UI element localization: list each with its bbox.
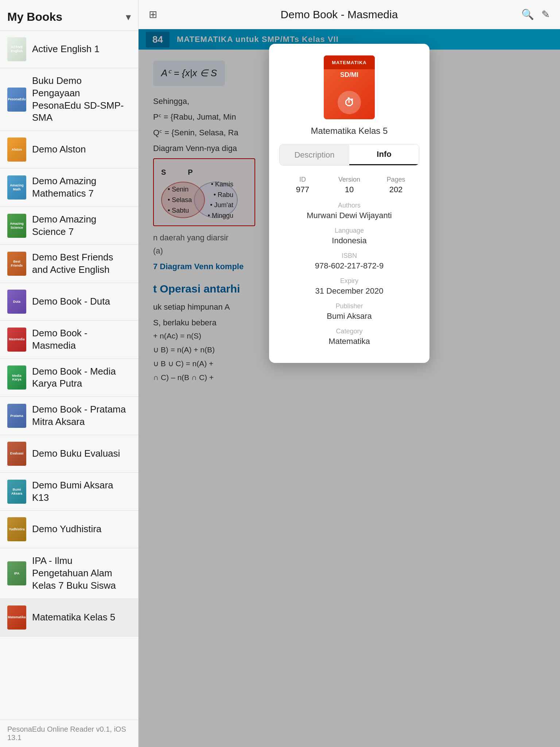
book-cover-pesona: PesonaEdu — [7, 88, 26, 112]
info-version: Version 10 — [326, 176, 373, 194]
book-title-pesona: Buku Demo Pengayaan PesonaEdu SD-SMP-SMA — [32, 75, 131, 124]
info-authors: Authors Murwani Dewi Wijayanti — [279, 202, 419, 220]
book-title-matematika: Matematika Kelas 5 — [32, 611, 115, 624]
header-title: Demo Book - Masmedia — [281, 8, 398, 21]
main-area: ⊞ Demo Book - Masmedia 🔍 ✎ 84 MATEMATIKA… — [139, 0, 560, 747]
book-cover-matematika: Matematika — [7, 605, 26, 630]
sidebar-item-bumi[interactable]: Bumi AksaraDemo Bumi Aksara K13 — [0, 473, 138, 511]
book-cover-bumi: Bumi Aksara — [7, 480, 26, 504]
authors-label: Authors — [279, 202, 419, 209]
info-language: Language Indonesia — [279, 227, 419, 245]
book-title-amazing-science: Demo Amazing Science 7 — [32, 213, 131, 238]
book-title-best-friends: Demo Best Friends and Active English — [32, 251, 131, 276]
cover-circle-decoration: ⏱ — [338, 91, 361, 114]
id-value: 977 — [279, 185, 326, 194]
book-title-duta: Demo Book - Duta — [32, 295, 110, 308]
info-category: Category Matematika — [279, 328, 419, 346]
sidebar: My Books ▾ ACTIVE EnglishActive English … — [0, 0, 139, 747]
edit-icon[interactable]: ✎ — [541, 8, 550, 20]
book-title-active-english: Active English 1 — [32, 43, 100, 55]
info-isbn: ISBN 978-602-217-872-9 — [279, 252, 419, 271]
book-list: ACTIVE EnglishActive English 1PesonaEduB… — [0, 31, 138, 720]
sidebar-header: My Books ▾ — [0, 0, 138, 31]
modal-tabs: Description Info — [279, 144, 419, 166]
sidebar-item-buku-eval[interactable]: EvaluasiDemo Buku Evaluasi — [0, 435, 138, 473]
sidebar-item-amazing-science[interactable]: Amazing ScienceDemo Amazing Science 7 — [0, 207, 138, 245]
modal-card: MATEMATIKA SD/MI ⏱ Matematika Kelas 5 De… — [269, 44, 429, 363]
sidebar-item-amazing-math[interactable]: Amazing MathDemo Amazing Mathematics 7 — [0, 169, 138, 207]
sidebar-item-duta[interactable]: DutaDemo Book - Duta — [0, 283, 138, 321]
grid-icon[interactable]: ⊞ — [149, 8, 157, 20]
info-expiry: Expiry 31 December 2020 — [279, 277, 419, 296]
tab-description[interactable]: Description — [280, 144, 349, 165]
book-cover-masmedia: Masmedia — [7, 328, 26, 352]
authors-value: Murwani Dewi Wijayanti — [279, 211, 419, 220]
isbn-value: 978-602-217-872-9 — [279, 261, 419, 271]
sidebar-item-pratama[interactable]: PratamaDemo Book - Pratama Mitra Aksara — [0, 397, 138, 435]
main-header: ⊞ Demo Book - Masmedia 🔍 ✎ — [139, 0, 560, 29]
sidebar-item-alston[interactable]: AlstonDemo Alston — [0, 131, 138, 169]
book-title-alston: Demo Alston — [32, 143, 86, 156]
category-value: Matematika — [279, 337, 419, 346]
header-actions: 🔍 ✎ — [521, 8, 550, 20]
book-cover-active-english: ACTIVE English — [7, 37, 26, 61]
book-cover-buku-eval: Evaluasi — [7, 442, 26, 466]
book-title-ipa: IPA - Ilmu Pengetahuan Alam Kelas 7 Buku… — [32, 555, 131, 592]
modal-overlay: MATEMATIKA SD/MI ⏱ Matematika Kelas 5 De… — [139, 29, 560, 747]
sidebar-item-active-english[interactable]: ACTIVE EnglishActive English 1 — [0, 31, 138, 68]
book-title-buku-eval: Demo Buku Evaluasi — [32, 448, 120, 460]
info-publisher: Publisher Bumi Aksara — [279, 302, 419, 321]
version-value: 10 — [326, 185, 373, 194]
modal-book-cover: MATEMATIKA SD/MI ⏱ — [279, 55, 419, 119]
publisher-value: Bumi Aksara — [279, 311, 419, 321]
book-title-yudhistira: Demo Yudhistira — [32, 523, 101, 535]
tab-info[interactable]: Info — [349, 144, 419, 165]
book-cover-ipa: IPA — [7, 561, 26, 585]
book-cover-amazing-science: Amazing Science — [7, 214, 26, 238]
info-id: ID 977 — [279, 176, 326, 194]
book-title-media-karya: Demo Book - Media Karya Putra — [32, 365, 131, 390]
expiry-value: 31 December 2020 — [279, 286, 419, 296]
category-label: Category — [279, 328, 419, 335]
book-content: 84 MATEMATIKA untuk SMP/MTs Kelas VII Aᶜ… — [139, 29, 560, 747]
info-content: ID 977 Version 10 Pages 202 Au — [279, 176, 419, 346]
modal-book-name: Matematika Kelas 5 — [279, 126, 419, 136]
sidebar-item-ipa[interactable]: IPAIPA - Ilmu Pengetahuan Alam Kelas 7 B… — [0, 548, 138, 599]
expiry-label: Expiry — [279, 277, 419, 285]
chevron-down-icon[interactable]: ▾ — [126, 11, 131, 23]
modal-cover-image: MATEMATIKA SD/MI ⏱ — [324, 55, 375, 119]
cover-main-text: SD/MI — [324, 71, 375, 79]
isbn-label: ISBN — [279, 252, 419, 260]
book-cover-yudhistira: Yudhistira — [7, 517, 26, 541]
version-label: Version — [326, 176, 373, 183]
sidebar-item-matematika[interactable]: MatematikaMatematika Kelas 5 — [0, 599, 138, 636]
pages-value: 202 — [373, 185, 419, 194]
language-label: Language — [279, 227, 419, 235]
sidebar-item-masmedia[interactable]: MasmediaDemo Book - Masmedia — [0, 321, 138, 359]
sidebar-item-best-friends[interactable]: Best FriendsDemo Best Friends and Active… — [0, 245, 138, 283]
book-cover-alston: Alston — [7, 138, 26, 162]
book-title-amazing-math: Demo Amazing Mathematics 7 — [32, 175, 131, 200]
publisher-label: Publisher — [279, 302, 419, 310]
search-icon[interactable]: 🔍 — [521, 8, 534, 20]
sidebar-item-media-karya[interactable]: Media KaryaDemo Book - Media Karya Putra — [0, 359, 138, 397]
sidebar-item-pesona[interactable]: PesonaEduBuku Demo Pengayaan PesonaEdu S… — [0, 68, 138, 131]
id-label: ID — [279, 176, 326, 183]
pages-label: Pages — [373, 176, 419, 183]
book-title-pratama: Demo Book - Pratama Mitra Aksara — [32, 403, 131, 428]
info-grid-top: ID 977 Version 10 Pages 202 — [279, 176, 419, 194]
book-title-bumi: Demo Bumi Aksara K13 — [32, 479, 131, 504]
book-cover-amazing-math: Amazing Math — [7, 175, 26, 200]
book-cover-best-friends: Best Friends — [7, 252, 26, 276]
language-value: Indonesia — [279, 236, 419, 245]
book-cover-duta: Duta — [7, 290, 26, 314]
book-title-masmedia: Demo Book - Masmedia — [32, 327, 131, 352]
sidebar-title: My Books — [7, 10, 62, 24]
cover-top-banner: MATEMATIKA — [324, 55, 375, 69]
book-cover-pratama: Pratama — [7, 404, 26, 428]
sidebar-footer: PesonaEdu Online Reader v0.1, iOS 13.1 — [0, 720, 138, 747]
book-cover-media-karya: Media Karya — [7, 365, 26, 390]
info-pages: Pages 202 — [373, 176, 419, 194]
sidebar-item-yudhistira[interactable]: YudhistiraDemo Yudhistira — [0, 511, 138, 548]
